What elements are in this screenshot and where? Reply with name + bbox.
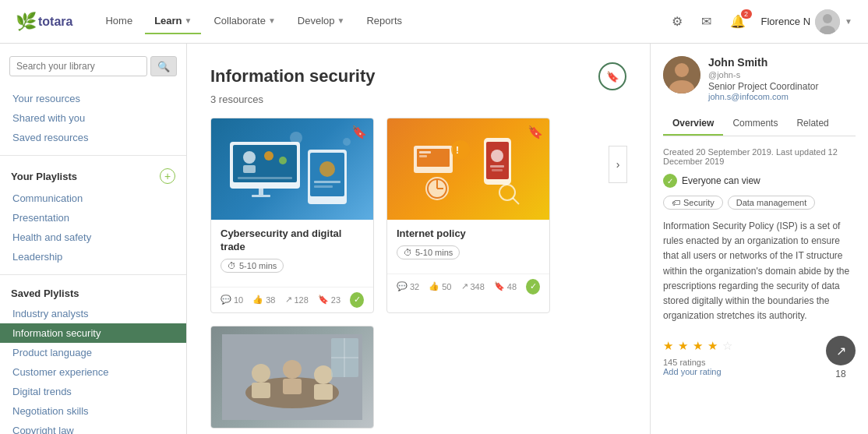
- nav-right: ⚙ ✉ 🔔 2 Florence N ▼: [669, 9, 852, 34]
- star-1: ★: [663, 339, 673, 353]
- card-likes: 👍 38: [252, 295, 275, 305]
- sidebar-divider: [0, 155, 186, 156]
- tags-row: 🏷 Security Data management: [663, 196, 856, 210]
- card-footer-cyber: 💬 10 👍 38 ↗ 128 🔖 23: [211, 287, 373, 312]
- sidebar-item-product-language[interactable]: Product language: [0, 343, 186, 362]
- card-image-internet: !: [387, 118, 549, 220]
- tab-related[interactable]: Related: [787, 112, 838, 136]
- nav-home[interactable]: Home: [96, 9, 142, 34]
- notifications-button[interactable]: 🔔 2: [727, 11, 749, 32]
- share-count: 18: [835, 369, 845, 379]
- card-comments: 💬 10: [221, 295, 243, 305]
- sidebar-item-digital-trends[interactable]: Digital trends: [0, 382, 186, 401]
- comment-icon: 💬: [221, 295, 231, 305]
- tab-comments[interactable]: Comments: [723, 112, 787, 136]
- sidebar-item-shared[interactable]: Shared with you: [12, 108, 97, 128]
- sidebar-item-information-security[interactable]: Information security: [0, 323, 186, 343]
- card-cybersecurity[interactable]: 🔖 Cybersecurity and digital trade ⏱ 5-10…: [210, 118, 374, 313]
- svg-point-38: [252, 364, 270, 383]
- svg-rect-4: [233, 145, 297, 182]
- card-shares: ↗ 128: [285, 295, 309, 305]
- sidebar-item-copyright-law[interactable]: Copyright law: [0, 421, 186, 434]
- meta-text: Created 20 September 2019. Last updated …: [663, 147, 856, 166]
- clock-icon-2: ⏱: [404, 248, 412, 257]
- share-icon-2: ↗: [461, 281, 468, 291]
- share-icon: ↗: [285, 295, 292, 305]
- bookmark-circle-icon: 🔖: [598, 62, 626, 90]
- profile-email: john.s@infocom.com: [708, 92, 856, 101]
- svg-point-42: [314, 365, 333, 384]
- chevron-down-icon: ▼: [185, 16, 192, 25]
- cards-grid: 🔖 Cybersecurity and digital trade ⏱ 5-10…: [210, 118, 626, 429]
- nav-collaborate[interactable]: Collaborate ▼: [204, 9, 284, 34]
- resource-count: 3 resources: [210, 94, 626, 105]
- share-section: ↗ 18: [826, 336, 856, 379]
- profile-name: John Smith: [708, 56, 856, 69]
- sidebar-item-health-safety[interactable]: Health and safety: [0, 228, 186, 247]
- profile-handle: @john-s: [708, 70, 856, 79]
- svg-point-18: [343, 138, 351, 146]
- svg-rect-11: [252, 195, 270, 197]
- visibility-icon: ✓: [663, 174, 677, 188]
- sidebar-item-your-resources[interactable]: Your resources: [0, 89, 186, 108]
- bookmark-button[interactable]: 🔖: [598, 62, 626, 90]
- top-navigation: 🌿 totara Home Learn ▼ Collaborate ▼ Deve…: [0, 0, 868, 44]
- bookmark-icon: 🔖: [318, 295, 329, 305]
- sidebar: 🔍 Your resources Shared with you Saved r…: [0, 44, 187, 434]
- logo-leaf-icon: 🌿: [16, 12, 37, 32]
- messages-button[interactable]: ✉: [698, 11, 715, 32]
- star-4: ★: [707, 339, 718, 353]
- svg-point-7: [264, 151, 273, 161]
- sidebar-playlists-section: Your Playlists + Communication Presentat…: [0, 164, 186, 266]
- svg-point-8: [279, 157, 287, 164]
- tab-overview[interactable]: Overview: [663, 112, 723, 136]
- sidebar-item-communication[interactable]: Communication: [0, 189, 186, 208]
- card-image-cyber: 🔖: [211, 118, 373, 220]
- like-icon-2: 👍: [429, 281, 439, 291]
- rating-count: 145 ratings: [663, 358, 732, 367]
- sidebar-item-customer-experience[interactable]: Customer experience: [0, 362, 186, 382]
- card-title-cyber: Cybersecurity and digital trade: [221, 228, 364, 254]
- nav-develop[interactable]: Develop ▼: [288, 9, 355, 34]
- nav-reports[interactable]: Reports: [357, 9, 411, 34]
- card-complete-icon: ✓: [350, 292, 364, 308]
- card-complete-icon-2: ✓: [526, 279, 540, 295]
- rating-section: ★ ★ ★ ★ ☆ 145 ratings Add your rating: [663, 339, 732, 376]
- sidebar-item-saved[interactable]: Saved resources: [0, 128, 186, 147]
- card-internet-policy[interactable]: !: [386, 118, 550, 313]
- search-input[interactable]: [9, 56, 147, 76]
- avatar: [815, 9, 840, 34]
- user-menu[interactable]: Florence N ▼: [761, 9, 852, 34]
- profile-info: John Smith @john-s Senior Project Coordi…: [708, 56, 856, 101]
- svg-point-5: [243, 151, 256, 164]
- sidebar-resources-section: Your resources Shared with you Saved res…: [0, 89, 186, 147]
- scroll-right-button[interactable]: ›: [609, 146, 627, 183]
- svg-point-23: [451, 140, 470, 159]
- svg-point-14: [319, 161, 335, 177]
- logo-text: totara: [38, 15, 72, 29]
- sidebar-item-presentation[interactable]: Presentation: [0, 208, 186, 228]
- tag-security[interactable]: 🏷 Security: [663, 196, 723, 210]
- nav-learn[interactable]: Learn ▼: [145, 9, 201, 34]
- tag-data-management[interactable]: Data management: [728, 196, 816, 210]
- star-5-empty: ☆: [722, 339, 732, 353]
- sidebar-item-industry-analysts[interactable]: Industry analysts: [0, 304, 186, 323]
- card-comments-2: 💬 32: [397, 281, 419, 291]
- settings-button[interactable]: ⚙: [669, 11, 686, 32]
- add-playlist-button[interactable]: +: [160, 168, 175, 184]
- add-rating-button[interactable]: Add your rating: [663, 367, 732, 376]
- logo[interactable]: 🌿 totara: [16, 12, 72, 32]
- chevron-down-icon: ▼: [268, 16, 276, 25]
- card-people[interactable]: [210, 326, 374, 429]
- page-title: Information security: [210, 66, 375, 86]
- search-button[interactable]: 🔍: [150, 56, 177, 76]
- sidebar-item-negotiation-skills[interactable]: Negotiation skills: [0, 401, 186, 421]
- svg-rect-9: [238, 177, 292, 179]
- visibility-text: Everyone can view: [682, 175, 760, 186]
- share-button[interactable]: ↗: [826, 336, 856, 365]
- clock-icon: ⏱: [228, 261, 236, 270]
- card-duration-cyber: ⏱ 5-10 mins: [221, 259, 284, 273]
- tag-icon: 🏷: [672, 198, 680, 207]
- svg-rect-6: [243, 165, 256, 173]
- sidebar-item-leadership[interactable]: Leadership: [0, 247, 186, 266]
